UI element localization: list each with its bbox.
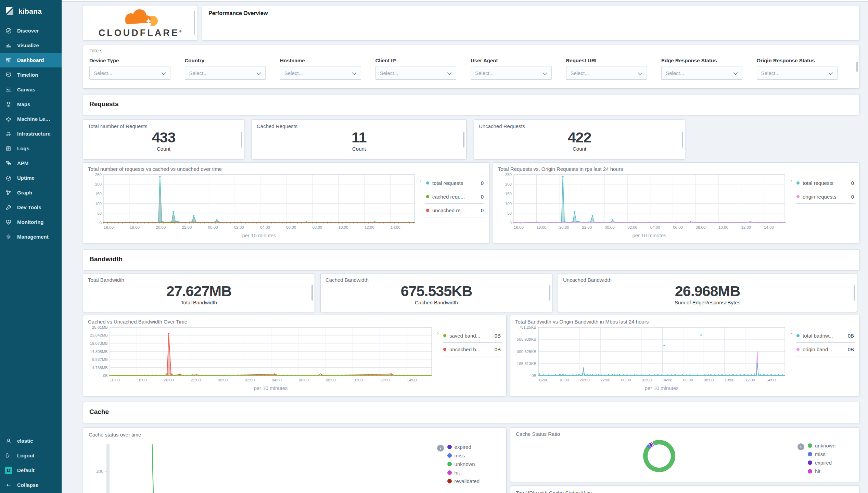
cache-ratio-legend: ›unknownmissexpiredhit xyxy=(808,441,835,476)
legend-item-hit[interactable]: hit xyxy=(447,468,480,477)
svg-text:16:00: 16:00 xyxy=(514,225,524,229)
sidebar-item-apm[interactable]: APM xyxy=(0,156,62,170)
dashboard-grid-icon xyxy=(5,57,12,64)
legend-item-total-badnw-[interactable]: total badnw...0B xyxy=(796,329,855,342)
legend-item-revalidated[interactable]: revalidated xyxy=(447,477,480,485)
svg-text:04:00: 04:00 xyxy=(260,225,270,229)
metric-title: Uncached Requests xyxy=(479,123,680,129)
legend-item-unknown[interactable]: unknown xyxy=(447,460,480,468)
legend-item-total-requests[interactable]: total requests0 xyxy=(796,176,855,190)
panel-drag-handle[interactable] xyxy=(682,132,683,148)
panel-drag-handle[interactable] xyxy=(854,285,855,301)
legend-item-cached-requ-[interactable]: cached requ...0 xyxy=(425,190,484,203)
legend-item-expired[interactable]: expired xyxy=(808,458,835,467)
legend-item-saved-band-[interactable]: saved band...0B xyxy=(443,329,501,342)
svg-text:16:00: 16:00 xyxy=(104,225,114,229)
panel-drag-handle[interactable] xyxy=(463,132,464,148)
sidebar-item-machine-le[interactable]: Machine Le… xyxy=(0,112,62,126)
sidebar-item-logout[interactable]: Logout xyxy=(0,448,62,463)
filter-select-country[interactable]: Select... xyxy=(185,66,266,80)
legend-item-uncached-b-[interactable]: uncached b...0B xyxy=(443,342,501,356)
sidebar-item-uptime[interactable]: Uptime xyxy=(0,170,62,185)
legend-item-origin-requests[interactable]: origin requests0 xyxy=(796,190,855,204)
sidebar-item-canvas[interactable]: Canvas xyxy=(0,82,62,97)
metric-total-number-of-requests: Total Number of Requests433Count xyxy=(83,119,244,160)
svg-text:22:00: 22:00 xyxy=(600,378,610,382)
panel-drag-handle[interactable] xyxy=(241,132,242,148)
select-placeholder: Select... xyxy=(666,70,684,76)
legend-label: revalidated xyxy=(455,478,480,484)
legend-label: unknown xyxy=(455,461,475,467)
sidebar-item-collapse[interactable]: Collapse xyxy=(0,478,62,492)
cache-status-ratio-panel: Cache Status Ratio ›unknownmissexpiredhi… xyxy=(510,427,860,482)
cache-ratio-donut[interactable] xyxy=(643,440,675,472)
chart-body: 05010015020025016:0018:0020:0022:0000:00… xyxy=(88,172,484,241)
metric-value: 11 xyxy=(257,129,461,146)
header-row: CLOUDFLARE® Performance Overview xyxy=(83,5,860,41)
svg-text:200: 200 xyxy=(96,469,103,474)
legend-expand-icon[interactable]: › xyxy=(797,443,804,450)
metric-value: 422 xyxy=(479,129,680,146)
filter-select-hostname[interactable]: Select... xyxy=(280,66,361,80)
sidebar-item-default[interactable]: DDefault xyxy=(0,463,62,478)
chevron-down-icon xyxy=(447,70,452,76)
sidebar-item-logs[interactable]: Logs xyxy=(0,141,62,156)
panel-drag-handle[interactable] xyxy=(311,285,313,301)
chart-body: 0B4.768MB9.537MB14.305MB19.073MB23.842MB… xyxy=(88,325,501,393)
sidebar-item-dashboard[interactable]: Dashboard xyxy=(0,53,62,67)
svg-text:4.768MB: 4.768MB xyxy=(92,366,108,370)
chevron-down-icon xyxy=(256,70,261,76)
filter-select-request-uri[interactable]: Select... xyxy=(566,66,647,80)
sidebar-item-elastic[interactable]: elastic xyxy=(0,433,62,448)
svg-text:150: 150 xyxy=(95,192,102,196)
svg-text:20:00: 20:00 xyxy=(580,378,590,382)
metric-cached-bandwidth: Cached Bandwidth675.535KBCached Bandwidt… xyxy=(320,273,552,312)
svg-text:00:00: 00:00 xyxy=(208,225,218,229)
space-default-icon: D xyxy=(5,467,12,474)
filter-select-user-agent[interactable]: Select... xyxy=(471,66,552,80)
legend-toggle-icon[interactable]: › xyxy=(790,177,792,183)
legend-item-origin-band-[interactable]: origin band...0B xyxy=(796,342,855,356)
select-placeholder: Select... xyxy=(284,70,303,76)
legend-dot xyxy=(796,181,800,185)
filter-select-client-ip[interactable]: Select... xyxy=(375,66,457,80)
filter-label: User Agent xyxy=(471,58,552,63)
empty-space xyxy=(692,119,860,160)
legend-label: cached requ... xyxy=(432,194,465,200)
legend-toggle-icon[interactable]: › xyxy=(437,330,439,336)
sidebar-item-management[interactable]: Management xyxy=(0,229,62,244)
panel-drag-handle[interactable] xyxy=(549,285,550,301)
metric-sub-label: Total Bandwidth xyxy=(88,300,310,305)
dev-tools-icon xyxy=(5,204,12,211)
legend-toggle-icon[interactable]: › xyxy=(790,330,792,336)
svg-text:200: 200 xyxy=(95,182,102,186)
svg-text:14:00: 14:00 xyxy=(766,378,776,382)
sidebar-item-maps[interactable]: Maps xyxy=(0,97,62,112)
legend-item-total-requests[interactable]: total requests0 xyxy=(425,176,484,190)
legend-item-miss[interactable]: miss xyxy=(808,450,835,458)
sidebar-item-visualize[interactable]: Visualize xyxy=(0,38,62,53)
sidebar-item-graph[interactable]: Graph xyxy=(0,185,62,200)
select-placeholder: Select... xyxy=(380,70,398,76)
sidebar-item-discover[interactable]: Discover xyxy=(0,23,62,38)
sidebar-item-label: elastic xyxy=(17,438,33,444)
legend-item-unknown[interactable]: unknown xyxy=(808,441,835,450)
filter-select-origin-response-status[interactable]: Select... xyxy=(757,66,838,80)
panel-drag-handle[interactable] xyxy=(194,11,195,35)
legend-expand-icon[interactable]: › xyxy=(437,445,444,452)
legend-item-miss[interactable]: miss xyxy=(447,451,480,460)
filter-user-agent: User AgentSelect... xyxy=(471,58,552,80)
section-cache: Cache xyxy=(83,402,860,423)
sidebar-item-infrastructure[interactable]: Infrastructure xyxy=(0,126,62,141)
legend-toggle-icon[interactable]: › xyxy=(420,177,422,183)
sidebar-item-timelion[interactable]: Timelion xyxy=(0,67,62,82)
legend-item-hit[interactable]: hit xyxy=(808,467,835,476)
sidebar-item-dev-tools[interactable]: Dev Tools xyxy=(0,200,62,215)
legend-item-expired[interactable]: expired xyxy=(447,443,480,451)
filters-scrollbar[interactable] xyxy=(856,62,858,72)
filter-select-device-type[interactable]: Select... xyxy=(89,66,170,80)
filter-select-edge-response-status[interactable]: Select... xyxy=(661,66,742,80)
kibana-logo-row: kibana xyxy=(0,0,62,23)
legend-item-uncached-re-[interactable]: uncached re...0 xyxy=(425,203,484,217)
sidebar-item-monitoring[interactable]: Monitoring xyxy=(0,215,62,229)
